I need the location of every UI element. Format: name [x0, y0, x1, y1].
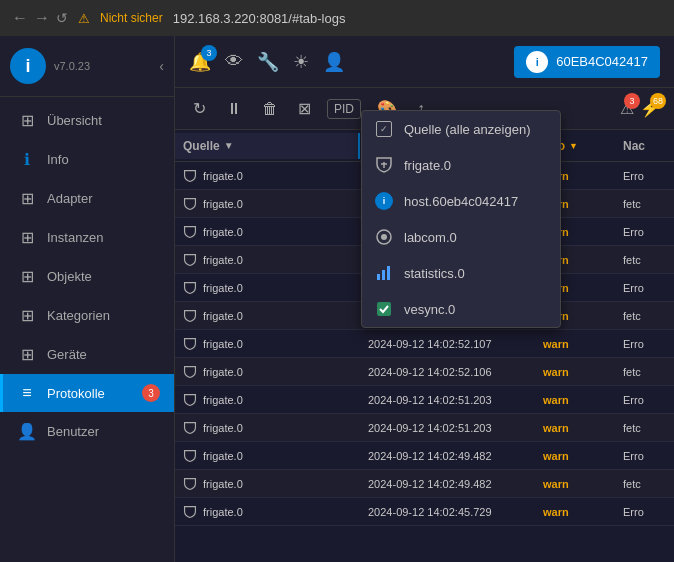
- log-time-cell: 2024-09-12 14:02:49.482: [360, 446, 535, 466]
- log-src-cell: frigate.0: [175, 277, 360, 299]
- log-message-cell: Erro: [615, 390, 674, 410]
- col-source-header[interactable]: Quelle ▼: [175, 133, 360, 159]
- sidebar-item-label: Protokolle: [47, 386, 105, 401]
- log-source-name: frigate.0: [203, 198, 243, 210]
- reload-button[interactable]: ↺: [56, 10, 68, 26]
- dropdown-item-frigate[interactable]: frigate.0: [362, 147, 560, 183]
- bell-button[interactable]: 🔔 3: [189, 51, 211, 73]
- vesync-source-icon: [374, 299, 394, 319]
- eye-button[interactable]: 👁: [225, 51, 243, 72]
- log-message-cell: fetc: [615, 306, 674, 326]
- filter-badges: ⚠ 3 ⚡ 68: [620, 99, 660, 118]
- log-src-cell: frigate.0: [175, 501, 360, 523]
- dropdown-item-labcom[interactable]: labcom.0: [362, 219, 560, 255]
- iobroker-icon: i: [375, 192, 393, 210]
- log-src-cell: frigate.0: [175, 333, 360, 355]
- warning-count: 3: [624, 93, 640, 109]
- sidebar-item-label: Benutzer: [47, 424, 99, 439]
- log-message-cell: fetc: [615, 418, 674, 438]
- sidebar-item-label: Instanzen: [47, 230, 103, 245]
- log-message-cell: fetc: [615, 194, 674, 214]
- collapse-button[interactable]: ‹: [159, 58, 164, 74]
- log-src-cell: frigate.0: [175, 445, 360, 467]
- device-logo: i: [526, 51, 548, 73]
- clear-button[interactable]: ⊠: [294, 97, 315, 120]
- log-src-cell: frigate.0: [175, 417, 360, 439]
- log-source-name: frigate.0: [203, 506, 243, 518]
- col-message-header: Nac: [615, 133, 674, 159]
- sidebar-item-objects[interactable]: ⊞ Objekte: [0, 257, 174, 296]
- log-time-cell: 2024-09-12 14:02:49.482: [360, 474, 535, 494]
- log-time-cell: 2024-09-12 14:02:52.106: [360, 362, 535, 382]
- sidebar-item-devices[interactable]: ⊞ Geräte: [0, 335, 174, 374]
- forward-button[interactable]: →: [34, 9, 50, 27]
- devices-icon: ⊞: [17, 345, 37, 364]
- table-row[interactable]: frigate.0 2024-09-12 14:02:52.107 warn E…: [175, 330, 674, 358]
- sun-button[interactable]: ☀: [293, 51, 309, 73]
- refresh-button[interactable]: ↻: [189, 97, 210, 120]
- sidebar-item-overview[interactable]: ⊞ Übersicht: [0, 101, 174, 140]
- table-row[interactable]: frigate.0 2024-09-12 14:02:49.482 warn E…: [175, 442, 674, 470]
- error-filter[interactable]: ⚡ 68: [640, 99, 660, 118]
- frigate-source-icon: [374, 155, 394, 175]
- dropdown-item-all[interactable]: ✓ Quelle (alle anzeigen): [362, 111, 560, 147]
- svg-rect-4: [387, 266, 390, 280]
- delete-button[interactable]: 🗑: [258, 98, 282, 120]
- log-source-name: frigate.0: [203, 254, 243, 266]
- instances-icon: ⊞: [17, 228, 37, 247]
- dropdown-item-host[interactable]: i host.60eb4c042417: [362, 183, 560, 219]
- log-source-name: frigate.0: [203, 338, 243, 350]
- svg-rect-5: [377, 302, 391, 316]
- log-time-cell: 2024-09-12 14:02:52.107: [360, 334, 535, 354]
- browser-bar: ← → ↺ ⚠ Nicht sicher 192.168.3.220:8081/…: [0, 0, 674, 36]
- log-source-name: frigate.0: [203, 170, 243, 182]
- statistics-source-icon: [374, 263, 394, 283]
- log-message-cell: Erro: [615, 446, 674, 466]
- sidebar-item-categories[interactable]: ⊞ Kategorien: [0, 296, 174, 335]
- dropdown-item-label: statistics.0: [404, 266, 465, 281]
- device-badge: i 60EB4C042417: [514, 46, 660, 78]
- log-src-cell: frigate.0: [175, 361, 360, 383]
- labcom-source-icon: [374, 227, 394, 247]
- dropdown-item-label: labcom.0: [404, 230, 457, 245]
- sidebar-item-instances[interactable]: ⊞ Instanzen: [0, 218, 174, 257]
- table-row[interactable]: frigate.0 2024-09-12 14:02:51.203 warn E…: [175, 386, 674, 414]
- dropdown-item-vesync[interactable]: vesync.0: [362, 291, 560, 327]
- sidebar-item-label: Kategorien: [47, 308, 110, 323]
- pause-button[interactable]: ⏸: [222, 98, 246, 120]
- person-button[interactable]: 👤: [323, 51, 345, 73]
- main-content: 🔔 3 👁 🔧 ☀ 👤 i 60EB4C042417 ↻ ⏸ 🗑 ⊠ PID 🎨…: [175, 36, 674, 562]
- log-level-cell: warn: [535, 418, 615, 438]
- sidebar-item-logs[interactable]: ≡ Protokolle 3: [0, 374, 174, 412]
- sidebar-item-adapter[interactable]: ⊞ Adapter: [0, 179, 174, 218]
- info-icon: ℹ: [17, 150, 37, 169]
- wrench-button[interactable]: 🔧: [257, 51, 279, 73]
- bell-badge: 3: [201, 45, 217, 61]
- table-row[interactable]: frigate.0 2024-09-12 14:02:45.729 warn E…: [175, 498, 674, 526]
- log-src-cell: frigate.0: [175, 193, 360, 215]
- log-source-name: frigate.0: [203, 478, 243, 490]
- svg-rect-3: [382, 270, 385, 280]
- browser-nav: ← → ↺: [12, 9, 68, 27]
- log-message-cell: Erro: [615, 502, 674, 522]
- log-src-cell: frigate.0: [175, 165, 360, 187]
- table-row[interactable]: frigate.0 2024-09-12 14:02:49.482 warn f…: [175, 470, 674, 498]
- back-button[interactable]: ←: [12, 9, 28, 27]
- logs-icon: ≡: [17, 384, 37, 402]
- warning-filter[interactable]: ⚠ 3: [620, 99, 634, 118]
- table-row[interactable]: frigate.0 2024-09-12 14:02:52.106 warn f…: [175, 358, 674, 386]
- pid-button[interactable]: PID: [327, 99, 361, 119]
- log-time-cell: 2024-09-12 14:02:51.203: [360, 390, 535, 410]
- url-bar[interactable]: 192.168.3.220:8081/#tab-logs: [173, 11, 346, 26]
- logs-badge: 3: [142, 384, 160, 402]
- table-row[interactable]: frigate.0 2024-09-12 14:02:51.203 warn f…: [175, 414, 674, 442]
- log-src-cell: frigate.0: [175, 249, 360, 271]
- sidebar-item-label: Übersicht: [47, 113, 102, 128]
- top-header: 🔔 3 👁 🔧 ☀ 👤 i 60EB4C042417: [175, 36, 674, 88]
- log-src-cell: frigate.0: [175, 473, 360, 495]
- dropdown-item-statistics[interactable]: statistics.0: [362, 255, 560, 291]
- log-src-cell: frigate.0: [175, 221, 360, 243]
- sidebar-item-users[interactable]: 👤 Benutzer: [0, 412, 174, 451]
- sidebar-item-info[interactable]: ℹ Info: [0, 140, 174, 179]
- log-src-cell: frigate.0: [175, 389, 360, 411]
